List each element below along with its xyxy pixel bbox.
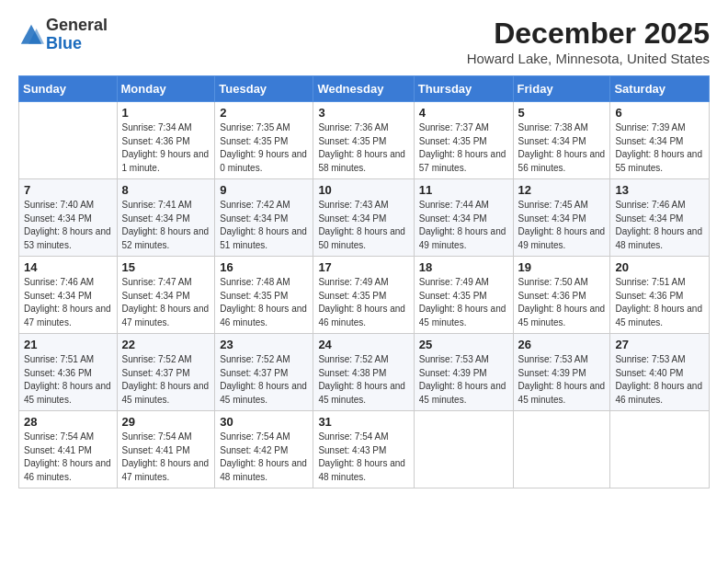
- daylight-text: Daylight: 8 hours and 58 minutes.: [318, 148, 408, 175]
- day-number: 28: [24, 415, 112, 429]
- sunset-text: Sunset: 4:34 PM: [615, 213, 704, 226]
- day-detail: Sunrise: 7:44 AMSunset: 4:34 PMDaylight:…: [419, 199, 508, 252]
- sunset-text: Sunset: 4:39 PM: [518, 367, 606, 381]
- day-detail: Sunrise: 7:42 AMSunset: 4:34 PMDaylight:…: [220, 199, 308, 252]
- sunset-text: Sunset: 4:34 PM: [419, 213, 508, 226]
- weekday-saturday: Saturday: [610, 76, 710, 102]
- sunrise-text: Sunrise: 7:41 AM: [122, 199, 210, 213]
- sunset-text: Sunset: 4:40 PM: [615, 367, 704, 381]
- logo-blue: Blue: [46, 35, 108, 53]
- day-number: 21: [24, 338, 112, 351]
- sunrise-text: Sunrise: 7:51 AM: [24, 353, 112, 367]
- sunrise-text: Sunrise: 7:37 AM: [419, 121, 508, 135]
- day-detail: Sunrise: 7:50 AMSunset: 4:36 PMDaylight:…: [518, 276, 606, 329]
- sunrise-text: Sunrise: 7:36 AM: [318, 121, 408, 135]
- day-detail: Sunrise: 7:37 AMSunset: 4:35 PMDaylight:…: [419, 121, 508, 175]
- calendar-cell: 27Sunrise: 7:53 AMSunset: 4:40 PMDayligh…: [610, 334, 710, 411]
- sunset-text: Sunset: 4:38 PM: [318, 367, 408, 381]
- sunset-text: Sunset: 4:35 PM: [318, 290, 408, 304]
- daylight-text: Daylight: 8 hours and 52 minutes.: [122, 225, 210, 252]
- month-title: December 2025: [467, 17, 710, 51]
- sunset-text: Sunset: 4:43 PM: [318, 444, 408, 458]
- daylight-text: Daylight: 8 hours and 45 minutes.: [318, 380, 408, 407]
- day-number: 18: [419, 260, 508, 274]
- sunset-text: Sunset: 4:34 PM: [24, 213, 112, 226]
- sunrise-text: Sunrise: 7:38 AM: [518, 121, 606, 135]
- sunset-text: Sunset: 4:35 PM: [419, 290, 508, 304]
- day-detail: Sunrise: 7:46 AMSunset: 4:34 PMDaylight:…: [24, 276, 112, 329]
- sunset-text: Sunset: 4:35 PM: [220, 290, 308, 304]
- calendar-cell: 18Sunrise: 7:49 AMSunset: 4:35 PMDayligh…: [414, 257, 513, 334]
- day-detail: Sunrise: 7:38 AMSunset: 4:34 PMDaylight:…: [518, 121, 606, 175]
- sunrise-text: Sunrise: 7:40 AM: [24, 199, 112, 213]
- sunset-text: Sunset: 4:42 PM: [220, 444, 308, 458]
- calendar-cell: 14Sunrise: 7:46 AMSunset: 4:34 PMDayligh…: [19, 257, 118, 334]
- day-detail: Sunrise: 7:49 AMSunset: 4:35 PMDaylight:…: [318, 276, 408, 329]
- sunrise-text: Sunrise: 7:46 AM: [24, 276, 112, 290]
- day-detail: Sunrise: 7:34 AMSunset: 4:36 PMDaylight:…: [122, 121, 210, 175]
- calendar-cell: 20Sunrise: 7:51 AMSunset: 4:36 PMDayligh…: [610, 257, 710, 334]
- calendar-cell: [19, 102, 118, 179]
- sunrise-text: Sunrise: 7:47 AM: [122, 276, 210, 290]
- sunset-text: Sunset: 4:34 PM: [220, 213, 308, 226]
- day-detail: Sunrise: 7:35 AMSunset: 4:35 PMDaylight:…: [220, 121, 308, 175]
- day-number: 11: [419, 183, 508, 197]
- calendar-cell: 22Sunrise: 7:52 AMSunset: 4:37 PMDayligh…: [117, 334, 215, 411]
- sunset-text: Sunset: 4:34 PM: [518, 135, 606, 149]
- daylight-text: Daylight: 8 hours and 45 minutes.: [419, 303, 508, 329]
- calendar-cell: 26Sunrise: 7:53 AMSunset: 4:39 PMDayligh…: [513, 334, 610, 411]
- sunrise-text: Sunrise: 7:45 AM: [518, 199, 606, 213]
- day-detail: Sunrise: 7:53 AMSunset: 4:39 PMDaylight:…: [419, 353, 508, 407]
- sunrise-text: Sunrise: 7:53 AM: [518, 353, 606, 367]
- sunset-text: Sunset: 4:35 PM: [318, 135, 408, 149]
- sunrise-text: Sunrise: 7:51 AM: [615, 276, 704, 290]
- daylight-text: Daylight: 8 hours and 49 minutes.: [518, 225, 606, 252]
- sunset-text: Sunset: 4:35 PM: [419, 135, 508, 149]
- day-number: 17: [318, 260, 408, 274]
- sunrise-text: Sunrise: 7:54 AM: [220, 431, 308, 444]
- daylight-text: Daylight: 8 hours and 53 minutes.: [24, 225, 112, 252]
- day-number: 19: [518, 260, 606, 274]
- calendar-cell: 7Sunrise: 7:40 AMSunset: 4:34 PMDaylight…: [19, 179, 118, 257]
- sunrise-text: Sunrise: 7:43 AM: [318, 199, 408, 213]
- weekday-monday: Monday: [117, 76, 215, 102]
- calendar-cell: 12Sunrise: 7:45 AMSunset: 4:34 PMDayligh…: [513, 179, 610, 257]
- calendar-cell: 4Sunrise: 7:37 AMSunset: 4:35 PMDaylight…: [414, 102, 513, 179]
- calendar-cell: 19Sunrise: 7:50 AMSunset: 4:36 PMDayligh…: [513, 257, 610, 334]
- calendar-cell: [414, 411, 513, 488]
- weekday-sunday: Sunday: [19, 76, 118, 102]
- calendar-cell: 16Sunrise: 7:48 AMSunset: 4:35 PMDayligh…: [215, 257, 313, 334]
- daylight-text: Daylight: 8 hours and 51 minutes.: [220, 225, 308, 252]
- sunrise-text: Sunrise: 7:54 AM: [24, 431, 112, 444]
- calendar-cell: 13Sunrise: 7:46 AMSunset: 4:34 PMDayligh…: [610, 179, 710, 257]
- calendar-cell: 9Sunrise: 7:42 AMSunset: 4:34 PMDaylight…: [215, 179, 313, 257]
- daylight-text: Daylight: 8 hours and 46 minutes.: [24, 457, 112, 484]
- sunset-text: Sunset: 4:41 PM: [24, 444, 112, 458]
- daylight-text: Daylight: 8 hours and 47 minutes.: [122, 303, 210, 329]
- day-detail: Sunrise: 7:52 AMSunset: 4:38 PMDaylight:…: [318, 353, 408, 407]
- daylight-text: Daylight: 8 hours and 57 minutes.: [419, 148, 508, 175]
- day-detail: Sunrise: 7:51 AMSunset: 4:36 PMDaylight:…: [615, 276, 704, 329]
- sunrise-text: Sunrise: 7:52 AM: [318, 353, 408, 367]
- calendar-table: SundayMondayTuesdayWednesdayThursdayFrid…: [18, 75, 710, 488]
- calendar-cell: [610, 411, 710, 488]
- weekday-tuesday: Tuesday: [215, 76, 313, 102]
- sunrise-text: Sunrise: 7:53 AM: [615, 353, 704, 367]
- day-number: 5: [518, 106, 606, 120]
- day-number: 15: [122, 260, 210, 274]
- calendar-cell: [513, 411, 610, 488]
- calendar-cell: 30Sunrise: 7:54 AMSunset: 4:42 PMDayligh…: [215, 411, 313, 488]
- logo-text: General Blue: [46, 17, 108, 53]
- day-number: 16: [220, 260, 308, 274]
- sunrise-text: Sunrise: 7:49 AM: [419, 276, 508, 290]
- day-detail: Sunrise: 7:53 AMSunset: 4:39 PMDaylight:…: [518, 353, 606, 407]
- sunset-text: Sunset: 4:34 PM: [615, 135, 704, 149]
- day-detail: Sunrise: 7:43 AMSunset: 4:34 PMDaylight:…: [318, 199, 408, 252]
- day-detail: Sunrise: 7:49 AMSunset: 4:35 PMDaylight:…: [419, 276, 508, 329]
- daylight-text: Daylight: 8 hours and 56 minutes.: [518, 148, 606, 175]
- sunrise-text: Sunrise: 7:42 AM: [220, 199, 308, 213]
- sunrise-text: Sunrise: 7:54 AM: [318, 431, 408, 444]
- logo: General Blue: [18, 17, 108, 53]
- day-number: 9: [220, 183, 308, 197]
- sunset-text: Sunset: 4:36 PM: [24, 367, 112, 381]
